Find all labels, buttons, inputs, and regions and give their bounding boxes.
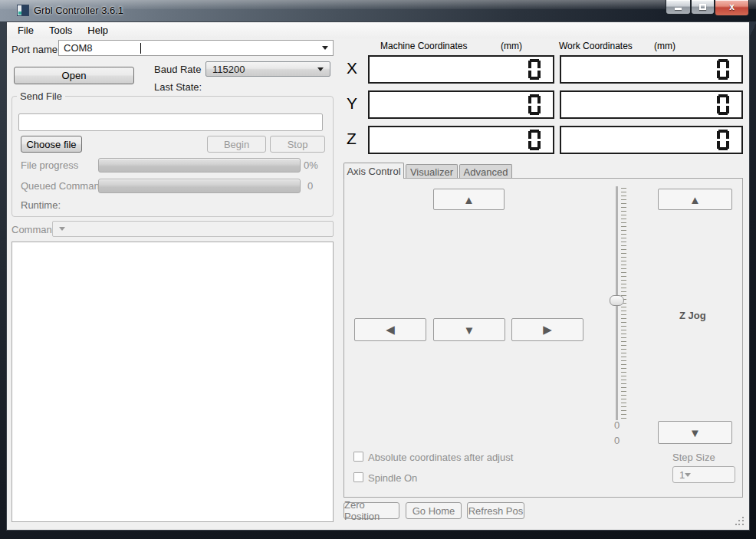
port-name-combobox[interactable]: COM8 — [58, 40, 334, 56]
port-name-value: COM8 — [64, 42, 322, 54]
tab-visualizer[interactable]: Visualizer — [406, 164, 458, 179]
work-units-label: (mm) — [654, 41, 675, 51]
dropdown-arrow-icon — [322, 46, 328, 50]
left-arrow-icon: ◀ — [386, 323, 395, 337]
jog-x-plus-button[interactable]: ▶ — [511, 318, 583, 341]
jog-x-minus-button[interactable]: ◀ — [354, 318, 426, 341]
port-name-label: Port name — [12, 44, 58, 55]
axis-x-label: X — [347, 59, 357, 77]
go-home-button[interactable]: Go Home — [406, 502, 462, 519]
tab-advanced[interactable]: Advanced — [459, 164, 512, 179]
zero-position-button[interactable]: Zero Position — [343, 502, 399, 519]
spindle-on-label: Spindle On — [368, 472, 417, 484]
menu-bar: File Tools Help — [7, 22, 749, 38]
work-z-lcd — [560, 126, 743, 154]
client-area: File Tools Help Port name COM8 Open Baud… — [6, 21, 750, 531]
close-button[interactable]: x — [715, 0, 749, 16]
dropdown-arrow-icon — [59, 227, 65, 231]
work-x-lcd — [560, 55, 743, 84]
queued-commands-bar — [98, 179, 301, 193]
step-size-combobox[interactable]: 1 — [672, 466, 735, 483]
machine-y-lcd — [368, 90, 554, 119]
up-arrow-icon: ▲ — [463, 193, 475, 206]
menu-file[interactable]: File — [10, 23, 41, 38]
slider-value-bottom: 0 — [614, 435, 620, 446]
spindle-on-checkbox[interactable] — [353, 472, 363, 482]
window-title: Grbl Controller 3.6.1 — [34, 5, 123, 16]
jog-z-plus-button[interactable]: ▲ — [658, 189, 732, 210]
minimize-icon — [675, 8, 682, 10]
close-icon: x — [715, 2, 748, 12]
jog-y-minus-button[interactable]: ▼ — [433, 318, 505, 341]
machine-x-lcd — [368, 55, 554, 84]
axis-control-panel: ▲ ▲ ◀ ▼ ▶ Z Jog 0 0 ▼ — [343, 178, 743, 498]
down-arrow-icon: ▼ — [689, 426, 701, 439]
last-state-label: Last State: — [154, 81, 202, 93]
send-file-group: Send File Choose file Begin Stop File pr… — [12, 96, 334, 217]
tab-axis-control[interactable]: Axis Control — [343, 163, 404, 179]
dropdown-arrow-icon — [685, 473, 691, 477]
axis-y-label: Y — [347, 94, 357, 113]
command-label: Command — [12, 224, 58, 235]
machine-coordinates-header: Machine Coordinates — [380, 41, 467, 51]
machine-units-label: (mm) — [501, 41, 522, 51]
maximize-icon — [699, 4, 706, 10]
machine-z-lcd — [368, 126, 554, 154]
menu-tools[interactable]: Tools — [41, 23, 80, 38]
queued-commands-value: 0 — [307, 180, 313, 192]
minimize-button[interactable] — [666, 0, 691, 15]
send-file-group-title: Send File — [17, 90, 65, 102]
file-progress-label: File progress — [21, 159, 78, 171]
z-jog-label: Z Jog — [679, 310, 706, 321]
down-arrow-icon: ▼ — [464, 324, 475, 337]
runtime-label: Runtime: — [21, 199, 61, 211]
resize-grip[interactable] — [735, 517, 744, 526]
menu-help[interactable]: Help — [80, 23, 116, 38]
absolute-coordinates-checkbox[interactable] — [353, 452, 363, 462]
absolute-coordinates-label: Absolute coordinates after adjust — [368, 452, 513, 463]
file-progress-bar — [98, 158, 301, 173]
maximize-button[interactable] — [691, 0, 715, 15]
baud-rate-combobox[interactable]: 115200 — [205, 61, 330, 77]
speed-slider-handle[interactable] — [610, 295, 624, 306]
baud-rate-value: 115200 — [212, 64, 317, 75]
work-y-lcd — [560, 90, 743, 119]
baud-rate-label: Baud Rate — [154, 64, 201, 75]
file-path-input[interactable] — [18, 113, 323, 131]
up-arrow-icon: ▲ — [689, 193, 701, 206]
text-cursor — [140, 43, 141, 54]
title-bar: Grbl Controller 3.6.1 — [0, 0, 756, 21]
stop-button[interactable]: Stop — [270, 136, 325, 153]
app-window: Grbl Controller 3.6.1 x File Tools Help … — [0, 0, 756, 539]
file-progress-value: 0% — [304, 159, 318, 171]
command-combobox[interactable] — [52, 221, 334, 237]
begin-button[interactable]: Begin — [207, 136, 266, 153]
queued-commands-label: Queued Commands — [21, 180, 110, 192]
right-arrow-icon: ▶ — [543, 323, 552, 337]
status-log-area[interactable] — [12, 242, 334, 522]
step-size-label: Step Size — [672, 452, 715, 463]
open-button[interactable]: Open — [14, 67, 134, 84]
slider-value-top: 0 — [614, 419, 620, 431]
work-coordinates-header: Work Coordinates — [559, 41, 633, 51]
dropdown-arrow-icon — [317, 67, 324, 71]
choose-file-button[interactable]: Choose file — [21, 136, 82, 153]
refresh-pos-button[interactable]: Refresh Pos — [467, 502, 524, 519]
jog-z-minus-button[interactable]: ▼ — [658, 421, 732, 444]
axis-z-label: Z — [347, 130, 357, 148]
jog-y-plus-button[interactable]: ▲ — [433, 189, 505, 210]
app-icon — [17, 5, 29, 16]
